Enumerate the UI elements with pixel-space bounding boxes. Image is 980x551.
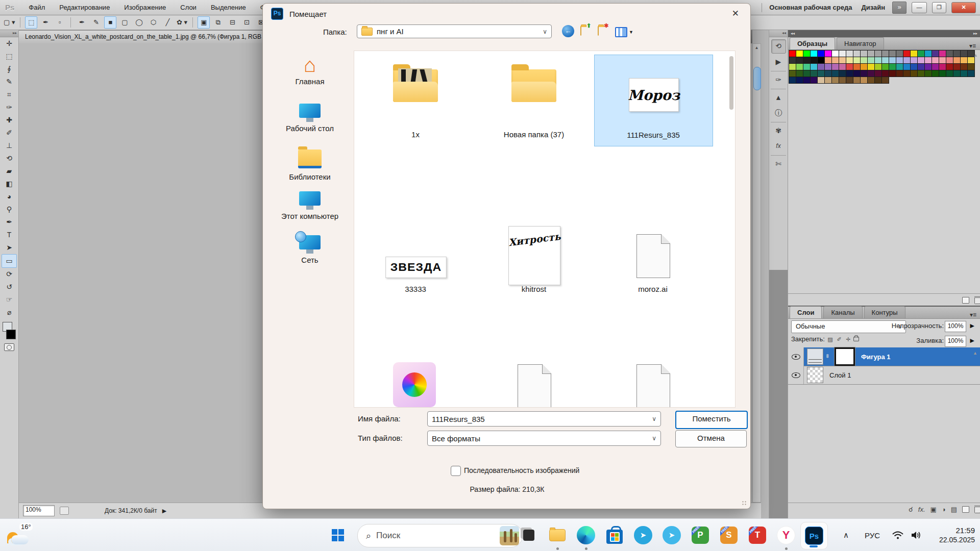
layer-style-icon[interactable]: fx. (918, 506, 925, 513)
panel-menu-icon[interactable]: ▾≡ (965, 42, 980, 49)
lock-transparency-icon[interactable]: ▨ (827, 336, 834, 343)
color-swatch[interactable] (817, 50, 825, 57)
fill-slider-arrow[interactable]: ▶ (970, 337, 974, 344)
color-swatch[interactable] (860, 70, 868, 77)
color-swatch[interactable] (932, 70, 939, 77)
line-button[interactable]: ╱ (161, 16, 174, 29)
file-icon-document[interactable] (636, 364, 670, 408)
back-button-icon[interactable]: ← (562, 25, 574, 37)
color-swatch[interactable] (889, 50, 896, 57)
workspace-active[interactable]: Основная рабочая среда (767, 4, 854, 11)
up-one-level-icon[interactable]: ⬆ (580, 27, 581, 35)
gradient-tool-icon[interactable]: ◧ (2, 178, 16, 190)
color-swatch[interactable] (903, 63, 911, 70)
color-swatch[interactable] (924, 50, 932, 57)
color-swatch[interactable] (860, 57, 868, 64)
color-swatch[interactable] (889, 57, 896, 64)
color-swatch[interactable] (946, 63, 953, 70)
color-swatch[interactable] (831, 77, 839, 84)
color-swatch[interactable] (810, 57, 818, 64)
info-panel-icon[interactable]: ⓘ (772, 107, 786, 120)
sidebar-item-network[interactable]: Сеть (266, 235, 354, 264)
workspace-overflow-button[interactable]: » (892, 2, 906, 14)
new-layer-icon[interactable] (962, 506, 969, 513)
chevron-down-icon[interactable]: ∨ (652, 435, 656, 442)
file-icon-moroz-ai[interactable] (636, 234, 670, 278)
color-swatch[interactable] (946, 50, 953, 57)
tool-preset-picker[interactable]: ▢ ▾ (3, 16, 15, 29)
color-swatch[interactable] (853, 57, 861, 64)
healing-brush-tool-icon[interactable]: ✚ (2, 114, 16, 127)
shape-layers-mode-button[interactable]: ⬚ (25, 16, 37, 29)
microsoft-store-button[interactable] (604, 525, 625, 545)
layer-visibility-cell[interactable] (788, 347, 804, 366)
color-swatch[interactable] (803, 77, 811, 84)
edge-button[interactable] (576, 525, 596, 545)
color-swatch[interactable] (839, 77, 846, 84)
lock-pixels-icon[interactable]: ✐ (836, 336, 843, 343)
selected-file-item[interactable]: Мороз 111Resurs_835 (594, 55, 713, 146)
color-swatch[interactable] (824, 57, 832, 64)
add-mask-icon[interactable]: ▣ (930, 506, 937, 513)
menu-layers[interactable]: Слои (173, 0, 204, 15)
color-swatch[interactable] (831, 63, 839, 70)
histogram-panel-icon[interactable]: ▲ (772, 91, 786, 105)
color-swatch[interactable] (932, 57, 939, 64)
panel-dock-bar[interactable]: ◂◂▸▸ (788, 30, 980, 37)
history-panel-icon[interactable]: ⟲ (771, 39, 786, 54)
color-swatch[interactable] (960, 70, 968, 77)
color-swatch[interactable] (910, 63, 918, 70)
color-swatch[interactable] (860, 63, 868, 70)
subtract-from-shape-button[interactable]: ⊟ (226, 16, 238, 29)
color-swatch[interactable] (810, 77, 818, 84)
color-swatch[interactable] (939, 63, 946, 70)
color-swatch[interactable] (910, 50, 918, 57)
restore-button[interactable]: ❐ (932, 2, 946, 13)
tab-layers[interactable]: Слои (790, 306, 822, 318)
color-swatch[interactable] (917, 50, 925, 57)
close-button[interactable]: ✕ (951, 2, 976, 13)
document-tab[interactable]: Leonardo_Vision_XL_a_white_postcard_on_t… (19, 31, 268, 43)
color-swatch[interactable] (867, 63, 875, 70)
color-swatch[interactable] (881, 50, 889, 57)
tray-overflow-button[interactable]: ∧ (843, 519, 849, 551)
color-swatch[interactable] (839, 70, 846, 77)
color-swatch[interactable] (789, 57, 796, 64)
orbit-3d-tool-icon[interactable]: ↺ (2, 281, 16, 293)
color-swatch[interactable] (939, 50, 946, 57)
color-swatch[interactable] (817, 57, 825, 64)
color-swatch[interactable] (881, 57, 889, 64)
color-swatch[interactable] (967, 70, 975, 77)
color-swatch[interactable] (796, 50, 803, 57)
actions-panel-icon[interactable]: ▶ (772, 56, 786, 69)
tab-paths[interactable]: Контуры (864, 306, 905, 318)
new-group-icon[interactable]: ▤ (951, 506, 957, 513)
layer-row-sloy-1[interactable]: Слой 1 (788, 366, 980, 385)
color-swatch[interactable] (903, 57, 911, 64)
image-sequence-checkbox[interactable] (451, 466, 461, 476)
office-s-app-button[interactable]: SFREE (719, 525, 739, 545)
folder-dropdown[interactable]: пнг и AI ∨ (357, 24, 552, 38)
color-swatch[interactable] (824, 77, 832, 84)
opacity-value[interactable]: 100% (945, 321, 966, 332)
color-swatch[interactable] (910, 57, 918, 64)
color-panel-icon[interactable]: ✾ (772, 124, 786, 138)
file-icon-document[interactable] (518, 364, 551, 408)
color-swatch[interactable] (903, 50, 911, 57)
polygon-button[interactable]: ⬡ (147, 16, 159, 29)
dock-collapse-handle[interactable]: ◂◂ (769, 30, 788, 37)
tab-channels[interactable]: Каналы (823, 306, 862, 318)
layers-panel-menu-icon[interactable]: ▾≡ (966, 311, 980, 318)
color-swatch[interactable] (953, 63, 961, 70)
color-swatch[interactable] (881, 77, 889, 84)
daily-image-icon[interactable] (500, 526, 519, 545)
language-indicator[interactable]: РУС (865, 519, 880, 551)
eye-icon[interactable] (792, 354, 800, 360)
color-swatch[interactable] (874, 50, 882, 57)
color-swatch[interactable] (967, 57, 975, 64)
color-swatch[interactable] (939, 57, 946, 64)
dialog-title-bar[interactable]: Ps Помещает (263, 4, 750, 24)
cancel-button[interactable]: Отмена (675, 430, 747, 447)
rounded-rectangle-button[interactable]: ▢ (118, 16, 131, 29)
color-swatch[interactable] (924, 57, 932, 64)
